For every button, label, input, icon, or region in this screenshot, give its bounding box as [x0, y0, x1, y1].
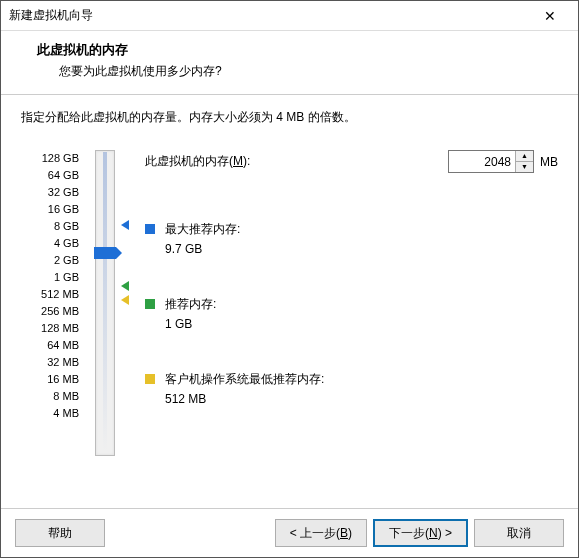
tick-label: 4 MB [21, 405, 79, 422]
rec-value: 1 GB [165, 317, 216, 331]
square-yellow-icon [145, 374, 155, 384]
memory-label: 此虚拟机的内存(M): [145, 153, 250, 170]
tick-label: 64 MB [21, 337, 79, 354]
page-subtitle: 您要为此虚拟机使用多少内存? [59, 63, 558, 80]
next-prefix: 下一步( [389, 526, 429, 540]
memory-config-row: 128 GB 64 GB 32 GB 16 GB 8 GB 4 GB 2 GB … [21, 150, 558, 498]
tick-label: 4 GB [21, 235, 79, 252]
close-icon[interactable]: ✕ [530, 2, 570, 30]
memory-input-row: 此虚拟机的内存(M): ▲ ▼ MB [145, 150, 558, 173]
max-label: 最大推荐内存: [165, 221, 240, 238]
slider-thumb[interactable] [94, 247, 116, 259]
memory-input[interactable] [449, 151, 515, 172]
cancel-button[interactable]: 取消 [474, 519, 564, 547]
min-value: 512 MB [165, 392, 324, 406]
next-suffix: ) > [438, 526, 452, 540]
min-text: 客户机操作系统最低推荐内存: 512 MB [165, 371, 324, 406]
memory-spinbox: ▲ ▼ [448, 150, 534, 173]
info-column: 此虚拟机的内存(M): ▲ ▼ MB [139, 150, 558, 498]
footer-right: < 上一步(B) 下一步(N) > 取消 [275, 519, 564, 547]
help-button[interactable]: 帮助 [15, 519, 105, 547]
page-title: 此虚拟机的内存 [37, 41, 558, 59]
tick-label: 256 MB [21, 303, 79, 320]
tick-label: 32 MB [21, 354, 79, 371]
back-prefix: < 上一步( [290, 526, 340, 540]
tick-label: 1 GB [21, 269, 79, 286]
back-key: B [340, 526, 348, 540]
window-title: 新建虚拟机向导 [9, 7, 93, 24]
memory-unit: MB [540, 155, 558, 169]
tick-label: 16 GB [21, 201, 79, 218]
tick-label: 16 MB [21, 371, 79, 388]
square-green-icon [145, 299, 155, 309]
tick-label: 32 GB [21, 184, 79, 201]
wizard-body: 指定分配给此虚拟机的内存量。内存大小必须为 4 MB 的倍数。 128 GB 6… [1, 95, 578, 508]
tick-label: 8 MB [21, 388, 79, 405]
max-text: 最大推荐内存: 9.7 GB [165, 221, 240, 256]
back-suffix: ) [348, 526, 352, 540]
max-value: 9.7 GB [165, 242, 240, 256]
max-recommended: 最大推荐内存: 9.7 GB [145, 221, 558, 256]
spin-up-icon[interactable]: ▲ [516, 151, 533, 162]
tick-label: 8 GB [21, 218, 79, 235]
tick-label: 128 MB [21, 320, 79, 337]
memory-label-suffix: ): [243, 154, 250, 168]
memory-label-prefix: 此虚拟机的内存( [145, 154, 233, 168]
tick-label: 512 MB [21, 286, 79, 303]
memory-input-wrap: ▲ ▼ MB [448, 150, 558, 173]
back-button[interactable]: < 上一步(B) [275, 519, 367, 547]
rec-text: 推荐内存: 1 GB [165, 296, 216, 331]
titlebar: 新建虚拟机向导 ✕ [1, 1, 578, 31]
spin-buttons: ▲ ▼ [515, 151, 533, 172]
min-recommended: 客户机操作系统最低推荐内存: 512 MB [145, 371, 558, 406]
memory-slider[interactable] [81, 150, 137, 498]
tick-label: 2 GB [21, 252, 79, 269]
wizard-footer: 帮助 < 上一步(B) 下一步(N) > 取消 [1, 508, 578, 557]
next-button[interactable]: 下一步(N) > [373, 519, 468, 547]
marker-rec-icon [121, 281, 129, 291]
marker-max-icon [121, 220, 129, 230]
description: 指定分配给此虚拟机的内存量。内存大小必须为 4 MB 的倍数。 [21, 109, 558, 126]
square-blue-icon [145, 224, 155, 234]
recommended: 推荐内存: 1 GB [145, 296, 558, 331]
slider-gradient [103, 152, 107, 452]
marker-min-icon [121, 295, 129, 305]
wizard-header: 此虚拟机的内存 您要为此虚拟机使用多少内存? [1, 31, 578, 95]
rec-label: 推荐内存: [165, 296, 216, 313]
tick-label: 128 GB [21, 150, 79, 167]
tick-labels: 128 GB 64 GB 32 GB 16 GB 8 GB 4 GB 2 GB … [21, 150, 79, 498]
wizard-window: 新建虚拟机向导 ✕ 此虚拟机的内存 您要为此虚拟机使用多少内存? 指定分配给此虚… [0, 0, 579, 558]
next-key: N [429, 526, 438, 540]
tick-label: 64 GB [21, 167, 79, 184]
memory-label-key: M [233, 154, 243, 168]
min-label: 客户机操作系统最低推荐内存: [165, 371, 324, 388]
spin-down-icon[interactable]: ▼ [516, 162, 533, 172]
